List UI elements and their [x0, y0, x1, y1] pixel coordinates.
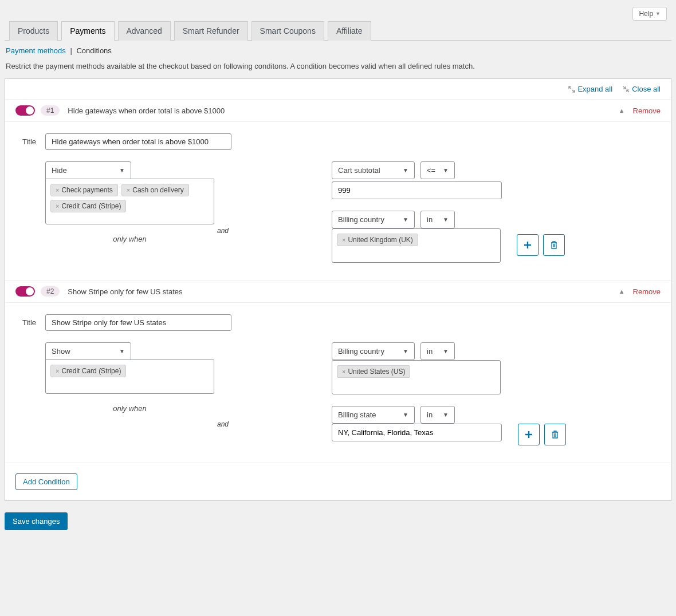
rule-value-multiselect[interactable]: ×United Kingdom (UK) [332, 228, 501, 263]
only-when-label: only when [45, 404, 214, 413]
condition-block: #2 Show Stripe only for few US states ▲ … [5, 280, 671, 463]
remove-condition-link[interactable]: Remove [633, 106, 661, 115]
remove-chip-icon[interactable]: × [127, 187, 130, 194]
expand-all-link[interactable]: Expand all [568, 85, 612, 93]
remove-chip-icon[interactable]: × [56, 368, 59, 374]
add-rule-button[interactable] [518, 424, 540, 445]
tab-products[interactable]: Products [9, 21, 58, 41]
rule-operator-select[interactable]: in ▼ [420, 211, 455, 228]
page-description: Restrict the payment methods available a… [5, 58, 671, 78]
collapse-toggle-icon[interactable]: ▲ [619, 288, 625, 295]
value-chip: ×United States (US) [337, 365, 410, 378]
collapse-icon [623, 86, 630, 93]
gateway-chip: ×Credit Card (Stripe) [50, 365, 126, 377]
rule-value-input[interactable] [332, 181, 502, 199]
trash-icon [551, 431, 559, 439]
sublinks: Payment methods | Conditions [5, 41, 671, 58]
enable-toggle[interactable] [15, 105, 35, 116]
chevron-down-icon: ▼ [443, 412, 449, 418]
title-label: Title [22, 137, 45, 146]
action-select[interactable]: Show ▼ [45, 342, 131, 360]
chevron-down-icon: ▼ [403, 216, 408, 223]
help-button[interactable]: Help ▼ [632, 7, 667, 21]
close-all-link[interactable]: Close all [623, 85, 661, 93]
and-connector-label: and [217, 416, 239, 433]
chevron-down-icon: ▼ [403, 348, 408, 354]
condition-badge: #2 [41, 286, 60, 297]
plus-icon [525, 431, 533, 439]
gateway-chip: ×Check payments [50, 184, 118, 196]
chevron-down-icon: ▼ [119, 348, 125, 354]
remove-chip-icon[interactable]: × [56, 187, 59, 194]
expand-icon [568, 86, 575, 93]
condition-name: Hide gateways when order total is above … [68, 106, 225, 115]
condition-block: #1 Hide gateways when order total is abo… [5, 99, 671, 280]
tab-affiliate[interactable]: Affiliate [328, 21, 371, 41]
sublink-payment-methods[interactable]: Payment methods [6, 46, 66, 55]
collapse-toggle-icon[interactable]: ▲ [619, 107, 625, 114]
title-input[interactable] [45, 133, 231, 150]
plus-icon [524, 241, 532, 249]
tab-bar: Products Payments Advanced Smart Refunde… [5, 21, 671, 41]
gateway-chip: ×Credit Card (Stripe) [50, 200, 126, 212]
tab-smart-refunder[interactable]: Smart Refunder [174, 21, 248, 41]
remove-chip-icon[interactable]: × [342, 368, 345, 375]
trash-icon [550, 241, 558, 249]
condition-name: Show Stripe only for few US states [68, 287, 182, 296]
rule-field-select[interactable]: Billing state ▼ [332, 406, 415, 424]
help-label: Help [639, 10, 653, 18]
condition-badge: #1 [41, 105, 60, 116]
tab-advanced[interactable]: Advanced [118, 21, 171, 41]
gateways-multiselect[interactable]: ×Credit Card (Stripe) [45, 360, 214, 394]
remove-condition-link[interactable]: Remove [633, 287, 661, 296]
remove-chip-icon[interactable]: × [56, 203, 59, 210]
chevron-down-icon: ▼ [403, 167, 408, 173]
and-connector-label: and [217, 222, 239, 239]
rule-operator-select[interactable]: in ▼ [420, 406, 455, 424]
chevron-down-icon: ▼ [443, 167, 449, 173]
chevron-down-icon: ▼ [119, 167, 125, 173]
gateway-chip: ×Cash on delivery [121, 184, 189, 196]
conditions-panel: Expand all Close all #1 Hide gateways wh… [5, 78, 671, 501]
action-select[interactable]: Hide ▼ [45, 161, 131, 179]
save-changes-button[interactable]: Save changes [5, 512, 68, 530]
separator: | [70, 46, 72, 55]
rule-value-multiselect[interactable]: ×United States (US) [332, 360, 501, 394]
delete-rule-button[interactable] [543, 234, 565, 256]
rule-field-select[interactable]: Cart subtotal ▼ [332, 161, 415, 179]
remove-chip-icon[interactable]: × [342, 236, 345, 243]
enable-toggle[interactable] [15, 286, 35, 297]
rule-operator-select[interactable]: <= ▼ [420, 161, 455, 179]
chevron-down-icon: ▼ [443, 348, 449, 354]
tab-smart-coupons[interactable]: Smart Coupons [251, 21, 324, 41]
rule-field-select[interactable]: Billing country ▼ [332, 211, 415, 228]
tab-payments[interactable]: Payments [61, 21, 114, 41]
sublink-conditions: Conditions [76, 46, 111, 55]
value-chip: ×United Kingdom (UK) [337, 234, 418, 246]
delete-rule-button[interactable] [544, 424, 566, 445]
rule-field-select[interactable]: Billing country ▼ [332, 342, 415, 360]
rule-operator-select[interactable]: in ▼ [420, 342, 455, 360]
only-when-label: only when [45, 235, 214, 243]
rule-value-input[interactable] [332, 424, 502, 441]
chevron-down-icon: ▼ [403, 412, 408, 418]
chevron-down-icon: ▼ [443, 216, 449, 223]
add-condition-button[interactable]: Add Condition [15, 473, 77, 490]
title-label: Title [22, 318, 45, 327]
gateways-multiselect[interactable]: ×Check payments ×Cash on delivery ×Credi… [45, 179, 214, 224]
title-input[interactable] [45, 314, 231, 331]
chevron-down-icon: ▼ [655, 11, 661, 17]
add-rule-button[interactable] [517, 234, 539, 256]
